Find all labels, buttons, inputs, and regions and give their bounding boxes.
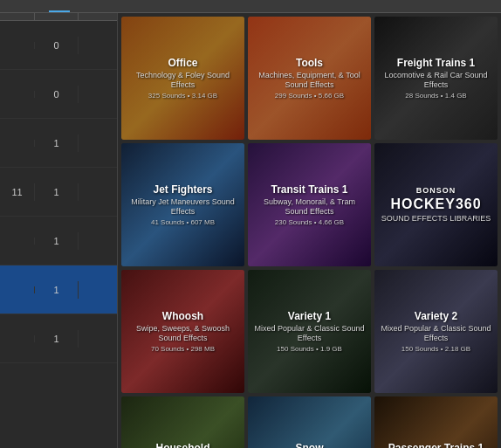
- cell-s: [79, 238, 105, 245]
- cell-index: 0: [35, 37, 79, 54]
- table-row[interactable]: 0: [0, 21, 117, 70]
- tab-bar: [0, 0, 501, 13]
- cell-index: 1: [35, 183, 79, 201]
- cell-s: [79, 91, 105, 98]
- artwork-title-office: Office: [168, 57, 197, 69]
- artwork-item-snow[interactable]: SnowSnow Slides, Scrapes, & Hitting Soun…: [248, 396, 371, 448]
- artwork-meta-variety-1: 150 Sounds • 1.9 GB: [277, 345, 342, 353]
- cell-track: [0, 238, 35, 245]
- artwork-meta-whoosh: 70 Sounds • 298 MB: [151, 345, 215, 353]
- artwork-title-passenger-trains-1: Passenger Trains 1: [388, 442, 484, 448]
- artwork-grid: OfficeTechnology & Foley Sound Effects32…: [121, 17, 498, 448]
- col-s-header: [79, 13, 105, 20]
- artwork-title-freight-trains-1: Freight Trains 1: [397, 57, 475, 69]
- col-track-header: [0, 13, 35, 20]
- table-header: [0, 13, 117, 21]
- artwork-meta-jet-fighters: 41 Sounds • 607 MB: [151, 218, 215, 226]
- artwork-subtitle-variety-2: Mixed Popular & Classic Sound Effects: [380, 324, 492, 343]
- cell-index: 1: [35, 134, 79, 152]
- artwork-subtitle-transit-trains-1: Subway, Monorail, & Tram Sound Effects: [253, 197, 366, 217]
- cell-s: [79, 42, 105, 49]
- artwork-meta-tools: 299 Sounds • 5.66 GB: [275, 92, 344, 100]
- cell-track: 11: [0, 183, 35, 201]
- cell-index: 1: [35, 330, 79, 348]
- tab-metadata[interactable]: [7, 0, 28, 12]
- tab-summary[interactable]: [28, 0, 49, 12]
- cell-s: [79, 189, 105, 196]
- artwork-subtitle-tools: Machines, Equipment, & Tool Sound Effect…: [253, 71, 366, 90]
- artwork-title-snow: Snow: [296, 442, 324, 448]
- cell-index: 0: [35, 86, 79, 103]
- cell-track: [0, 42, 35, 49]
- left-panel: 0 0 1 11 1 1 1 1: [0, 13, 118, 448]
- artwork-subtitle-hockey360: SOUND EFFECTS LIBRARIES: [381, 214, 491, 224]
- cell-index: 1: [35, 281, 79, 299]
- artwork-item-hockey360[interactable]: BONSONHOCKEY360SOUND EFFECTS LIBRARIES: [374, 143, 498, 266]
- artwork-item-freight-trains-1[interactable]: Freight Trains 1Locomotive & Rail Car So…: [374, 17, 498, 140]
- table-row[interactable]: 11 1: [0, 168, 117, 217]
- artwork-subtitle-office: Technology & Foley Sound Effects: [127, 71, 239, 90]
- artwork-item-office[interactable]: OfficeTechnology & Foley Sound Effects32…: [121, 17, 244, 140]
- artwork-title-hockey360: HOCKEY360: [390, 196, 481, 212]
- artwork-meta-variety-2: 150 Sounds • 2.18 GB: [401, 345, 470, 353]
- artwork-title-variety-2: Variety 2: [415, 310, 457, 322]
- artwork-special-hockey360: BONSON: [416, 186, 456, 195]
- artwork-meta-freight-trains-1: 28 Sounds • 1.4 GB: [405, 92, 466, 100]
- artwork-meta-office: 325 Sounds • 3.14 GB: [148, 92, 217, 100]
- artwork-title-variety-1: Variety 1: [288, 310, 331, 322]
- col-index-header: [35, 13, 79, 20]
- artwork-subtitle-jet-fighters: Military Jet Maneuvers Sound Effects: [127, 197, 239, 217]
- artwork-item-jet-fighters[interactable]: Jet FightersMilitary Jet Maneuvers Sound…: [121, 143, 244, 266]
- cell-track: [0, 335, 35, 342]
- right-panel: OfficeTechnology & Foley Sound Effects32…: [118, 13, 501, 448]
- cell-track: [0, 286, 35, 293]
- cell-index: 1: [35, 232, 79, 250]
- table-row[interactable]: 1: [0, 119, 117, 168]
- cell-track: [0, 91, 35, 98]
- tab-artwork[interactable]: [49, 0, 70, 12]
- cell-track: [0, 140, 35, 147]
- table-row[interactable]: 1: [0, 314, 117, 363]
- artwork-title-tools: Tools: [296, 57, 323, 69]
- cell-s: [79, 335, 105, 342]
- artwork-title-whoosh: Whoosh: [162, 310, 203, 322]
- artwork-title-household: Household: [156, 442, 210, 448]
- artwork-subtitle-whoosh: Swipe, Sweeps, & Swoosh Sound Effects: [127, 324, 239, 343]
- artwork-item-whoosh[interactable]: WhooshSwipe, Sweeps, & Swoosh Sound Effe…: [121, 270, 244, 393]
- artwork-item-transit-trains-1[interactable]: Transit Trains 1Subway, Monorail, & Tram…: [248, 143, 371, 266]
- table-row[interactable]: 1: [0, 217, 117, 265]
- table-rows: 0 0 1 11 1 1 1 1: [0, 21, 117, 363]
- cell-s: [79, 140, 105, 147]
- artwork-meta-transit-trains-1: 230 Sounds • 4.66 GB: [275, 218, 344, 226]
- artwork-title-transit-trains-1: Transit Trains 1: [271, 183, 347, 196]
- artwork-item-tools[interactable]: ToolsMachines, Equipment, & Tool Sound E…: [248, 17, 371, 140]
- artwork-subtitle-variety-1: Mixed Popular & Classic Sound Effects: [253, 324, 366, 343]
- artwork-item-household[interactable]: HouseholdAppliances, Tones, & Foley Soun…: [121, 396, 244, 448]
- artwork-subtitle-freight-trains-1: Locomotive & Rail Car Sound Effects: [380, 71, 492, 90]
- table-row[interactable]: 1: [0, 265, 117, 314]
- artwork-title-jet-fighters: Jet Fighters: [153, 183, 212, 196]
- table-row[interactable]: 0: [0, 70, 117, 119]
- main-content: 0 0 1 11 1 1 1 1 OfficeTechnology & Fole…: [0, 13, 501, 448]
- artwork-item-passenger-trains-1[interactable]: Passenger Trains 1Interior & Exterior Tr…: [374, 396, 498, 448]
- artwork-item-variety-1[interactable]: Variety 1Mixed Popular & Classic Sound E…: [248, 270, 371, 393]
- artwork-scroll[interactable]: OfficeTechnology & Foley Sound Effects32…: [118, 13, 501, 448]
- cell-s: [79, 286, 105, 293]
- artwork-item-variety-2[interactable]: Variety 2Mixed Popular & Classic Sound E…: [374, 270, 498, 393]
